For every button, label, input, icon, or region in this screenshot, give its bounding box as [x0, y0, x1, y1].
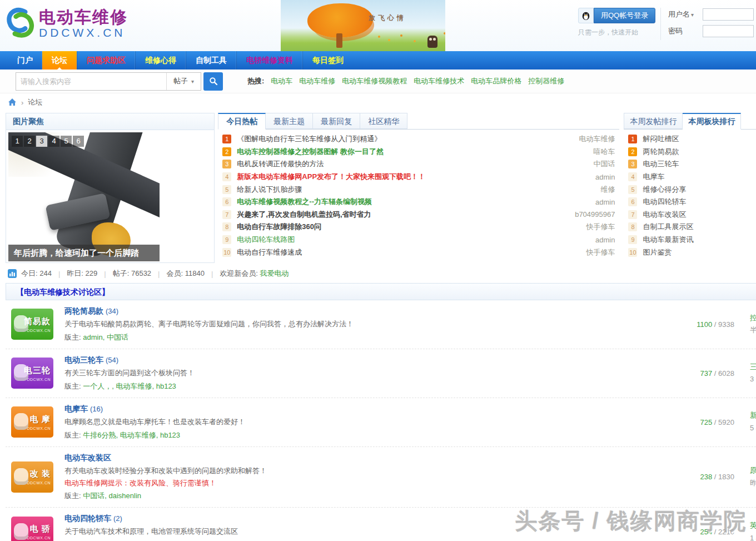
search-row: 帖子▾ 热搜: 电动车 电动车维修 电动车维修视频教程 电动车维修技术 电动车品… — [0, 70, 756, 93]
hot-post-author[interactable]: 嘻哈车 — [593, 147, 615, 157]
lastpost-time: 5 小 — [750, 422, 756, 435]
hot-post-title[interactable]: 电动四轮车线路图 — [237, 235, 295, 244]
moderator-links[interactable]: admin, 中国话 — [83, 333, 128, 341]
board-name[interactable]: 自制工具展示区 — [643, 222, 752, 232]
gallery-caption-link[interactable]: 年后折腾，给速珂加了一个后脚踏 — [8, 245, 160, 261]
logo-title: 电动车维修 — [39, 8, 128, 26]
forum-title-link[interactable]: 电动四轮轿车 — [64, 514, 111, 523]
forum-row: 电三轮DDCWX.CN 电动三轮车(54) 有关三轮车方面的问题到这个板块问答！… — [6, 349, 756, 398]
forum-title-link[interactable]: 电摩车 — [64, 404, 88, 413]
moderator-links[interactable]: 中国话, daishenlin — [83, 492, 141, 500]
tab-week-posts-rank[interactable]: 本周发帖排行 — [624, 113, 683, 129]
hot-search-link[interactable]: 控制器维修 — [528, 76, 564, 86]
hot-post-author[interactable]: 维修 — [600, 185, 615, 195]
lastpost-title[interactable]: 原来 — [750, 464, 756, 477]
stat-yesterday-label: 昨日: — [67, 269, 83, 277]
tab-latest-replies[interactable]: 最新回复 — [313, 113, 360, 129]
lastpost-title[interactable]: 新换 — [750, 409, 756, 422]
hot-search-link[interactable]: 电动车维修 — [299, 76, 335, 86]
hot-post-author[interactable]: b704995967 — [575, 210, 615, 219]
forum-icon[interactable]: 改 装DDCWX.CN — [11, 461, 53, 493]
qq-login-button[interactable]: 用QQ帐号登录 — [594, 8, 655, 23]
forum-icon[interactable]: 简易款DDCWX.CN — [11, 309, 53, 340]
password-field[interactable] — [703, 25, 754, 37]
moderator-links[interactable]: 牛排6分熟, 电动车维修, hb123 — [83, 431, 180, 439]
lastpost-title[interactable]: 英搏 — [750, 519, 756, 532]
nav-item-tips[interactable]: 维修心得 — [135, 51, 186, 70]
hot-post-row: 4新版本电动车维修网APP发布了！大家快来围观下载吧！！admin — [222, 171, 615, 183]
board-name[interactable]: 电动车改装区 — [643, 210, 752, 220]
forum-title-link[interactable]: 电动车改装区 — [64, 453, 111, 462]
gallery-page[interactable]: 4 — [48, 136, 59, 147]
forum-icon[interactable]: 电 骄DDCWX.CN — [11, 517, 53, 541]
nav-item-forum[interactable]: 论坛 — [42, 51, 77, 70]
chevron-down-icon[interactable]: ▾ — [691, 12, 694, 18]
hot-post-author[interactable]: admin — [595, 173, 615, 181]
tab-latest-topics[interactable]: 最新主题 — [266, 113, 313, 129]
board-name[interactable]: 电摩车 — [643, 172, 752, 182]
hot-post-title[interactable]: 电机反转调正传最快的方法 — [237, 160, 324, 168]
hot-post-title[interactable]: 电动自行车维修速成 — [237, 248, 302, 256]
hot-search-link[interactable]: 电动车维修视频教程 — [342, 76, 407, 86]
board-name[interactable]: 电动三轮车 — [643, 159, 752, 169]
gallery-page[interactable]: 1 — [12, 136, 23, 147]
tab-community-best[interactable]: 社区精华 — [360, 113, 407, 129]
hot-post-title[interactable]: 电动自行车故障排除360问 — [237, 222, 321, 231]
gallery-image[interactable]: 1 2 3 4 5 6 年后折腾，给速珂加了一个后脚踏 — [8, 132, 160, 261]
logo-domain: DDCWX.CN — [39, 26, 128, 39]
gallery-page[interactable]: 5 — [61, 136, 72, 147]
section-title-tech[interactable]: 【电动车维修技术讨论区】 — [6, 283, 756, 300]
moderator-links[interactable]: 一个人，, 电动车维修, hb123 — [83, 382, 176, 390]
home-icon[interactable] — [8, 98, 17, 107]
hot-post-title[interactable]: 兴趣来了,再次发自制电机盖拉码,省时省力 — [237, 210, 371, 219]
lastpost-title[interactable]: 控制 — [750, 312, 756, 325]
nav-item-docs[interactable]: 电轿维修资料 — [236, 51, 302, 70]
site-logo[interactable]: 电动车维修 DDCWX.CN — [4, 6, 128, 42]
search-button[interactable] — [203, 72, 223, 91]
forum-icon[interactable]: 电三轮DDCWX.CN — [11, 358, 53, 389]
hot-post-title[interactable]: 电动车维修视频教程之--力车辐条编制视频 — [237, 197, 372, 206]
search-input[interactable] — [16, 77, 166, 86]
hot-post-title[interactable]: 电动车控制器维修之控制器图解 教你一目了然 — [237, 147, 384, 156]
hot-post-author[interactable]: 中国话 — [593, 159, 615, 169]
hot-post-author[interactable]: admin — [595, 198, 615, 206]
rank-badge: 5 — [628, 185, 637, 194]
board-name[interactable]: 图片鉴赏 — [643, 247, 752, 257]
nav-item-tools[interactable]: 自制工具 — [186, 51, 236, 70]
hot-post-title[interactable]: 给新人说下扒胎步骤 — [237, 185, 302, 193]
board-name[interactable]: 电动车最新资讯 — [643, 235, 752, 245]
forum-title-link[interactable]: 电动三轮车 — [64, 355, 103, 364]
tab-week-boards-rank[interactable]: 本周板块排行 — [683, 113, 741, 130]
nav-item-signin[interactable]: 每日签到 — [302, 51, 353, 70]
chart-icon — [8, 269, 17, 278]
hot-search-link[interactable]: 电动车 — [271, 76, 292, 86]
nav-item-portal[interactable]: 门户 — [8, 51, 42, 70]
forum-icon[interactable]: 电 摩DDCWX.CN — [11, 406, 53, 438]
username-field[interactable] — [703, 8, 754, 21]
search-type-select[interactable]: 帖子▾ — [166, 73, 201, 90]
hot-post-row: 8电动自行车故障排除360问快手修车 — [222, 221, 615, 234]
newest-member-link[interactable]: 我爱电动 — [260, 269, 289, 277]
hot-post-author[interactable]: 快手修车 — [586, 222, 615, 232]
lastpost-title[interactable]: 三轮 — [750, 361, 756, 374]
hot-search-link[interactable]: 电动车维修技术 — [414, 76, 464, 86]
board-name[interactable]: 电动四轮轿车 — [643, 197, 752, 207]
gallery-page[interactable]: 6 — [73, 136, 84, 147]
hot-post-title[interactable]: 新版本电动车维修网APP发布了！大家快来围观下载吧！！ — [237, 172, 425, 181]
hot-post-author[interactable]: 快手修车 — [586, 247, 615, 257]
hot-post-author[interactable]: admin — [595, 236, 615, 244]
board-name[interactable]: 维修心得分享 — [643, 185, 752, 195]
board-name[interactable]: 解闷吐槽区 — [643, 134, 752, 144]
nav-item-help[interactable]: 问题求助区 — [77, 51, 135, 70]
rank-badge: 8 — [222, 222, 231, 231]
hot-search-link[interactable]: 电动车品牌价格 — [471, 76, 521, 86]
lastpost-time: 3 分 — [750, 373, 756, 386]
forum-title-link[interactable]: 两轮简易款 — [64, 306, 103, 315]
board-name[interactable]: 两轮简易款 — [643, 147, 752, 157]
gallery-page[interactable]: 2 — [24, 136, 35, 147]
breadcrumb-current[interactable]: 论坛 — [28, 97, 42, 107]
tab-today-hot[interactable]: 今日热帖 — [218, 113, 266, 130]
gallery-page-active[interactable]: 3 — [36, 136, 47, 147]
hot-post-title[interactable]: 《图解电动自行车三轮车维修从入门到精通》 — [237, 135, 381, 143]
hot-post-author[interactable]: 电动车维修 — [579, 134, 615, 144]
